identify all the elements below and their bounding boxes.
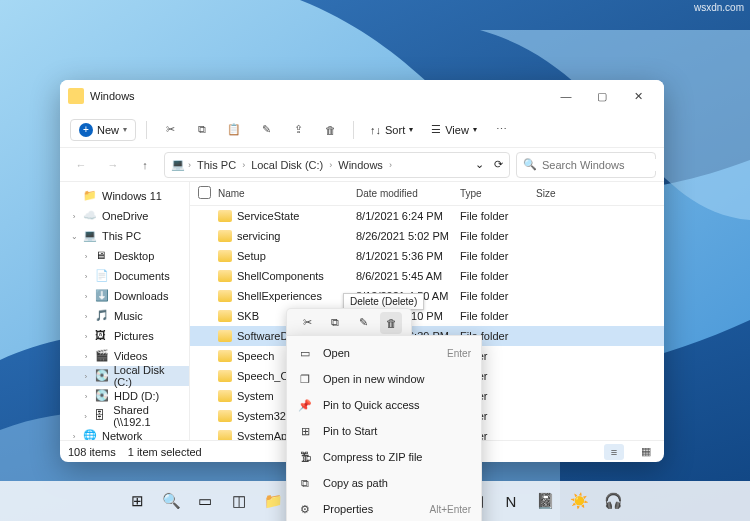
new-label: New: [97, 124, 119, 136]
chevron-icon: ›: [82, 332, 90, 341]
refresh-button[interactable]: ⟳: [494, 158, 503, 171]
column-headers[interactable]: Name Date modified Type Size: [190, 182, 664, 206]
copy-button[interactable]: ⧉: [189, 117, 215, 143]
cut-button[interactable]: ✂: [157, 117, 183, 143]
sidebar-item-videos[interactable]: ›🎬Videos: [60, 346, 189, 366]
up-button[interactable]: ↑: [132, 152, 158, 178]
menu-item-label: Pin to Quick access: [323, 399, 461, 411]
sidebar-item-downloads[interactable]: ›⬇️Downloads: [60, 286, 189, 306]
more-button[interactable]: ⋯: [489, 117, 515, 143]
close-button[interactable]: ✕: [620, 82, 656, 110]
menu-item-properties[interactable]: ⚙PropertiesAlt+Enter: [287, 496, 481, 521]
taskbar-notion-icon[interactable]: N: [497, 487, 525, 515]
folder-icon: [218, 330, 232, 342]
file-name: SKB: [237, 310, 259, 322]
sidebar-item-label: Downloads: [114, 290, 168, 302]
file-row[interactable]: ShellExperiences8/13/2021 4:50 AMFile fo…: [190, 286, 664, 306]
menu-item-pin-to-start[interactable]: ⊞Pin to Start: [287, 418, 481, 444]
column-type[interactable]: Type: [460, 188, 536, 199]
taskbar-spotify-icon[interactable]: 🎧: [599, 487, 627, 515]
taskbar-onenote-icon[interactable]: 📓: [531, 487, 559, 515]
menu-item-pin-to-quick-access[interactable]: 📌Pin to Quick access: [287, 392, 481, 418]
disk-icon: 💽: [95, 369, 109, 383]
column-name[interactable]: Name: [218, 188, 356, 199]
file-type: File folder: [460, 310, 536, 322]
copypath-icon: ⧉: [297, 475, 313, 491]
search-input[interactable]: [542, 159, 664, 171]
sidebar-item-label: OneDrive: [102, 210, 148, 222]
paste-button[interactable]: 📋: [221, 117, 247, 143]
details-view-button[interactable]: ≡: [604, 444, 624, 460]
sidebar-item-local-disk-c-[interactable]: ›💽Local Disk (C:): [60, 366, 189, 386]
selection-count: 1 item selected: [128, 446, 202, 458]
column-date[interactable]: Date modified: [356, 188, 460, 199]
chevron-icon: ›: [82, 252, 90, 261]
taskbar-search-icon[interactable]: 🔍: [157, 487, 185, 515]
sidebar-item-desktop[interactable]: ›🖥Desktop: [60, 246, 189, 266]
minimize-button[interactable]: ―: [548, 82, 584, 110]
chevron-icon: ›: [82, 372, 90, 381]
chevron-icon: ›: [82, 412, 89, 421]
file-row[interactable]: ServiceState8/1/2021 6:24 PMFile folder: [190, 206, 664, 226]
breadcrumb-seg[interactable]: Local Disk (C:): [248, 158, 326, 172]
folder-icon: [218, 250, 232, 262]
address-bar-row: ← → ↑ 💻 › This PC › Local Disk (C:) › Wi…: [60, 148, 664, 182]
file-type: File folder: [460, 290, 536, 302]
folder-icon: [218, 310, 232, 322]
rename-button[interactable]: ✎: [253, 117, 279, 143]
file-row[interactable]: ShellComponents8/6/2021 5:45 AMFile fold…: [190, 266, 664, 286]
sidebar-item-windows-11[interactable]: 📁Windows 11: [60, 186, 189, 206]
ctx-delete-icon[interactable]: 🗑: [380, 312, 402, 334]
sidebar-item-onedrive[interactable]: ›☁️OneDrive: [60, 206, 189, 226]
menu-item-hint: Enter: [447, 348, 471, 359]
column-size[interactable]: Size: [536, 188, 586, 199]
open-icon: ▭: [297, 345, 313, 361]
taskbar-taskview-icon[interactable]: ▭: [191, 487, 219, 515]
view-button[interactable]: ☰ View ▾: [425, 120, 483, 139]
desktop-icon: 🖥: [95, 249, 109, 263]
search-box[interactable]: 🔍: [516, 152, 656, 178]
sidebar-item-label: Music: [114, 310, 143, 322]
breadcrumb-seg[interactable]: This PC: [194, 158, 239, 172]
breadcrumb-seg[interactable]: Windows: [335, 158, 386, 172]
sidebar-item-pictures[interactable]: ›🖼Pictures: [60, 326, 189, 346]
watermark: wsxdn.com: [694, 2, 744, 13]
file-row[interactable]: servicing8/26/2021 5:02 PMFile folder: [190, 226, 664, 246]
new-button[interactable]: + New ▾: [70, 119, 136, 141]
file-row[interactable]: SKB8/1/2021 5:10 PMFile folder: [190, 306, 664, 326]
forward-button[interactable]: →: [100, 152, 126, 178]
sidebar-item-network[interactable]: ›🌐Network: [60, 426, 189, 440]
pc-icon: 💻: [171, 158, 185, 171]
sidebar-item-hdd-d-[interactable]: ›💽HDD (D:): [60, 386, 189, 406]
sidebar-item-shared-192-1[interactable]: ›🗄Shared (\\192.1: [60, 406, 189, 426]
ctx-copy-icon[interactable]: ⧉: [324, 312, 346, 334]
dropdown-icon[interactable]: ⌄: [475, 158, 484, 171]
ctx-cut-icon[interactable]: ✂: [296, 312, 318, 334]
zip-icon: 🗜: [297, 449, 313, 465]
menu-item-open-in-new-window[interactable]: ❐Open in new window: [287, 366, 481, 392]
taskbar-start-icon[interactable]: ⊞: [123, 487, 151, 515]
ctx-rename-icon[interactable]: ✎: [352, 312, 374, 334]
sort-button[interactable]: ↑↓ Sort ▾: [364, 121, 419, 139]
select-all-checkbox[interactable]: [198, 186, 211, 199]
chevron-icon: ›: [82, 352, 90, 361]
taskbar-weather-icon[interactable]: ☀️: [565, 487, 593, 515]
file-type: File folder: [460, 230, 536, 242]
delete-button[interactable]: 🗑: [317, 117, 343, 143]
back-button[interactable]: ←: [68, 152, 94, 178]
menu-item-compress-to-zip-file[interactable]: 🗜Compress to ZIP file: [287, 444, 481, 470]
maximize-button[interactable]: ▢: [584, 82, 620, 110]
file-row[interactable]: Setup8/1/2021 5:36 PMFile folder: [190, 246, 664, 266]
taskbar-widgets-icon[interactable]: ◫: [225, 487, 253, 515]
file-date: 8/6/2021 5:45 AM: [356, 270, 460, 282]
breadcrumb[interactable]: 💻 › This PC › Local Disk (C:) › Windows …: [164, 152, 510, 178]
sidebar-item-documents[interactable]: ›📄Documents: [60, 266, 189, 286]
titlebar[interactable]: Windows ― ▢ ✕: [60, 80, 664, 112]
menu-item-copy-as-path[interactable]: ⧉Copy as path: [287, 470, 481, 496]
sidebar-item-music[interactable]: ›🎵Music: [60, 306, 189, 326]
menu-item-open[interactable]: ▭OpenEnter: [287, 340, 481, 366]
sidebar-item-this-pc[interactable]: ⌄💻This PC: [60, 226, 189, 246]
tiles-view-button[interactable]: ▦: [636, 444, 656, 460]
share-button[interactable]: ⇪: [285, 117, 311, 143]
taskbar-explorer-icon[interactable]: 📁: [259, 487, 287, 515]
